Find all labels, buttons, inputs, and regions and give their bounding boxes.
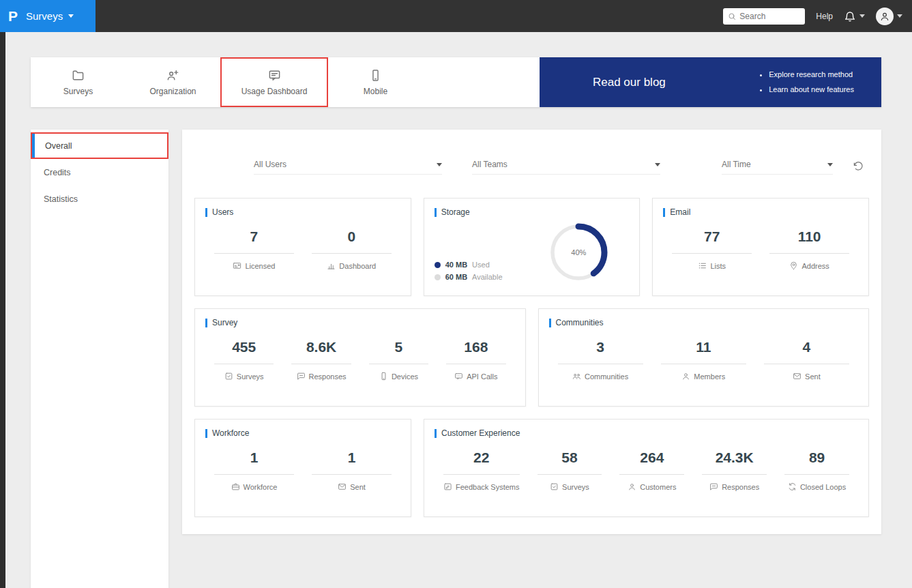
stat-value: 24.3K <box>702 450 767 475</box>
app-logo[interactable]: P <box>8 8 18 25</box>
cards-row-3: Workforce 1 Workforce 1 Sent <box>194 419 869 517</box>
legend-available: 60 MB Available <box>435 273 503 281</box>
stat-feedback-systems: 22 Feedback Systems <box>443 450 520 491</box>
devices-icon <box>379 372 388 381</box>
stat-address: 110 Address <box>769 229 849 270</box>
stat-communities: 3 Communities <box>558 339 643 381</box>
top-header: P Surveys Help <box>0 0 912 32</box>
workforce-icon <box>231 482 240 491</box>
cards-row-1: Users 7 Licensed 0 Dashboard <box>194 198 869 296</box>
notifications-button[interactable] <box>844 10 865 23</box>
stat-workforce: 1 Workforce <box>214 450 294 491</box>
tab-label: Surveys <box>63 87 93 96</box>
card-title-text: Storage <box>441 207 470 217</box>
sidebar-item-credits[interactable]: Credits <box>31 159 168 186</box>
blog-banner-bullets: Explore research method Learn about new … <box>758 68 854 97</box>
card-title-text: Customer Experience <box>441 428 520 438</box>
stat-label: Sent <box>764 372 849 381</box>
app-switcher[interactable]: Surveys <box>26 10 74 22</box>
users-filter-dropdown[interactable]: All Users <box>254 160 442 175</box>
stat-surveys: 58 Surveys <box>538 450 602 491</box>
caret-down-icon <box>859 14 865 18</box>
stat-customers: 264 Customers <box>619 450 684 491</box>
card-title: Storage <box>435 207 630 217</box>
stat-label: Lists <box>672 261 752 270</box>
tab-mobile[interactable]: Mobile <box>328 57 423 107</box>
sidebar-item-label: Statistics <box>44 194 78 204</box>
responses-icon <box>297 372 306 381</box>
cards-row-2: Survey 455 Surveys 8.6K Resp <box>194 308 869 407</box>
surveys-icon <box>224 372 233 381</box>
stat-value: 22 <box>443 450 520 475</box>
title-accent-bar <box>205 429 207 438</box>
reset-filters-icon[interactable] <box>853 161 864 172</box>
caret-down-icon <box>897 14 902 18</box>
stat-value: 1 <box>214 450 294 475</box>
organization-icon <box>166 69 179 82</box>
stat-api-calls: 168 API Calls <box>446 339 505 381</box>
sidebar-item-overall[interactable]: Overall <box>31 132 168 159</box>
search-input[interactable] <box>739 12 800 21</box>
feedback-systems-icon <box>443 482 452 491</box>
banner-bullet: Explore research method <box>769 68 854 82</box>
storage-legend: 40 MB Used 60 MB Available <box>435 256 503 281</box>
stat-label: Dashboard <box>312 261 392 270</box>
survey-card: Survey 455 Surveys 8.6K Resp <box>194 308 526 407</box>
lists-icon <box>698 261 707 270</box>
tab-organization[interactable]: Organization <box>126 57 220 107</box>
dashboard-icon <box>327 261 336 270</box>
donut-percent-label: 40% <box>547 221 610 284</box>
members-icon <box>681 372 690 381</box>
stat-closed-loops: 89 Closed Loops <box>784 450 849 491</box>
search-box[interactable] <box>723 8 805 25</box>
sidebar-item-label: Overall <box>45 141 72 151</box>
stat-label: Sent <box>312 482 392 491</box>
blog-banner[interactable]: Read our blog Explore research method Le… <box>540 57 881 107</box>
sent-icon <box>793 372 801 381</box>
app-switcher-label: Surveys <box>26 10 63 22</box>
surveys-icon <box>550 482 559 491</box>
stat-value: 5 <box>369 339 428 364</box>
module-tabs: Surveys Organization Usage Dashboard Mob… <box>31 57 423 107</box>
email-card: Email 77 Lists 110 Address <box>652 198 869 296</box>
active-indicator <box>32 134 35 158</box>
title-accent-bar <box>205 208 207 217</box>
tab-usage-dashboard[interactable]: Usage Dashboard <box>220 57 328 107</box>
stat-value: 0 <box>312 229 392 254</box>
teams-filter-dropdown[interactable]: All Teams <box>472 160 660 175</box>
licensed-icon <box>233 261 241 270</box>
caret-down-icon <box>68 14 74 18</box>
caret-down-icon <box>827 163 833 166</box>
stat-responses: 8.6K Responses <box>291 339 351 381</box>
card-title-text: Communities <box>556 318 604 327</box>
blog-banner-title[interactable]: Read our blog <box>593 76 666 89</box>
tab-label: Mobile <box>364 87 387 96</box>
stat-dashboard: 0 Dashboard <box>312 229 392 270</box>
usage-dashboard-panel: All Users All Teams All Time Users 7 <box>182 130 881 534</box>
help-link[interactable]: Help <box>816 12 833 21</box>
user-icon <box>879 11 890 22</box>
caret-down-icon <box>655 163 660 166</box>
sidebar: Overall Credits Statistics <box>31 130 168 588</box>
stat-label: Workforce <box>214 482 294 491</box>
tab-label: Organization <box>149 87 196 96</box>
sidebar-item-statistics[interactable]: Statistics <box>31 186 168 212</box>
stat-responses: 24.3K Responses <box>702 450 767 491</box>
stat-label: Customers <box>619 482 684 491</box>
brand-area[interactable]: P Surveys <box>0 0 95 32</box>
title-accent-bar <box>435 429 437 438</box>
bell-icon <box>844 10 856 23</box>
usage-dashboard-icon <box>268 69 281 82</box>
tab-surveys[interactable]: Surveys <box>31 57 126 107</box>
time-filter-dropdown[interactable]: All Time <box>722 160 833 175</box>
stat-value: 1 <box>312 450 392 475</box>
account-menu[interactable] <box>876 8 902 25</box>
filter-bar: All Users All Teams All Time <box>182 130 881 175</box>
stat-label: Members <box>661 372 746 381</box>
title-accent-bar <box>663 208 665 217</box>
card-title: Survey <box>205 318 515 327</box>
stat-value: 168 <box>446 339 505 364</box>
banner-bullet: Learn about new features <box>769 83 854 97</box>
card-title: Users <box>205 207 400 217</box>
card-title: Workforce <box>205 428 400 438</box>
